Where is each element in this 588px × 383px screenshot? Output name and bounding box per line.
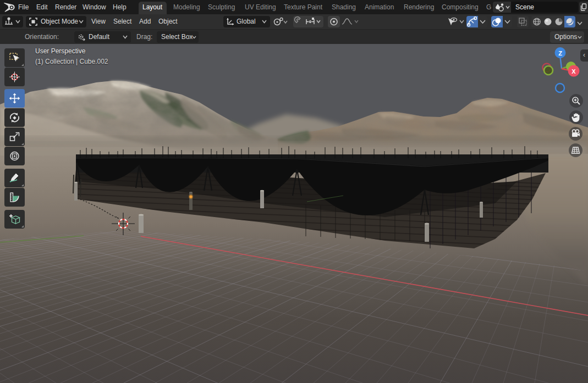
svg-text:X: X [571,68,576,75]
svg-text:Z: Z [558,50,562,57]
